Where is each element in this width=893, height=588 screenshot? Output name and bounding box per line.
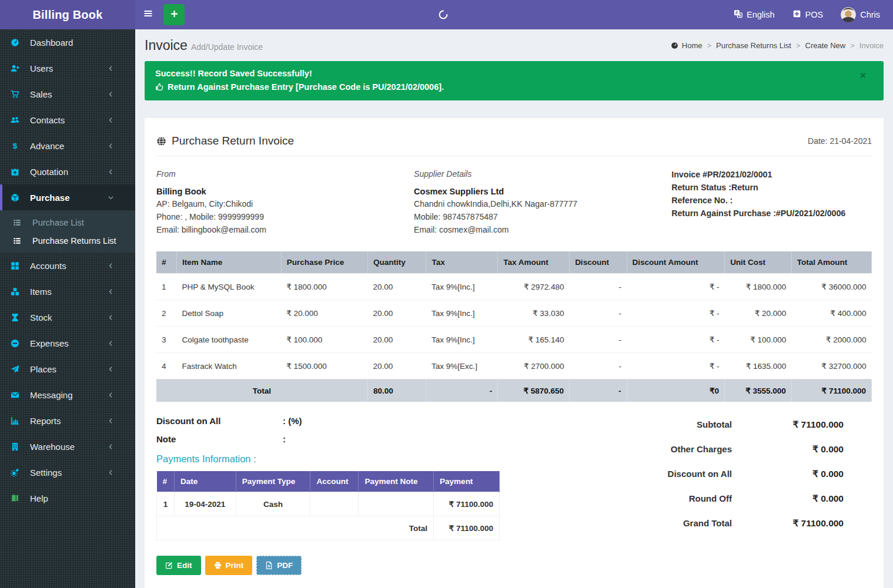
pdf-button[interactable]: PDF [256,556,302,575]
items-col-header: Item Name [177,251,282,274]
breadcrumb-separator: > [850,41,855,50]
sidebar-item-reports[interactable]: Reports [0,408,135,434]
item-cell: ₹ 1635.000 [725,353,792,379]
supplier-line: Email: cosmex@mail.com [414,224,671,237]
supplier-details: Supplier Details Cosmex Suppliers Ltd Ch… [414,168,671,236]
user-menu[interactable]: Chris [841,7,880,22]
note-row: Note : [156,434,596,444]
pos-plus-square-icon [792,9,801,20]
sidebar-item-sales[interactable]: Sales [0,81,135,107]
sidebar-item-dashboard[interactable]: Dashboard [0,29,135,55]
alert-message-line2: Return Against Purchase Entry [Purchase … [155,82,860,92]
sidebar-item-places[interactable]: Places [0,356,135,382]
invoice-title: Purchase Return Invoice [156,135,294,147]
building-icon [11,442,25,451]
pos-button[interactable]: POS [792,9,824,20]
sidebar-item-messaging[interactable]: Messaging [0,382,135,408]
sidebar-item-advance[interactable]: $Advance [0,133,135,159]
payments-col-header: Payment Type [236,471,310,492]
sidebar-item-purchase[interactable]: Purchase [0,184,135,210]
invoice-title-text: Purchase Return Invoice [172,135,294,147]
grid-icon [11,261,25,270]
item-row: 1PHP & MySQL Book₹ 1800.00020.00Tax 9%[I… [156,274,872,300]
loading-spinner-icon [439,10,448,22]
items-total-cell: 80.00 [367,379,426,402]
invoice-title-row: Purchase Return Invoice Date: 21-04-2021 [156,130,872,156]
invoice-meta-line: Return Against Purchase :#PU/2021/02/000… [671,207,872,220]
user-name: Chris [860,10,880,19]
success-alert: × Success!! Record Saved Successfully! R… [145,61,884,100]
app-logo[interactable]: Billing Book [0,0,135,29]
paper-plane-icon [11,365,25,374]
page-subtitle: Add/Update Invoice [191,42,263,52]
breadcrumb-separator: > [707,41,711,50]
discount-on-all-label: Discount on All [156,416,283,426]
items-header-row: #Item NamePurchase PriceQuantityTaxTax A… [156,251,872,274]
sidebar-item-label: Expenses [30,338,69,348]
alert-close-button[interactable]: × [860,70,866,80]
breadcrumb-item-purchase-returns-list[interactable]: Purchase Returns List [716,41,791,50]
breadcrumb-label: Invoice [859,41,884,50]
chevron-left-icon [108,169,122,175]
sidebar-item-stock[interactable]: Stock [0,304,135,330]
language-menu[interactable]: Aa English [734,9,775,20]
from-line: Phone: , Mobile: 9999999999 [156,211,414,224]
navbar-right: Aa English POS Chris [734,7,893,22]
payment-row: 119-04-2021Cash₹ 71100.000 [157,492,500,516]
sidebar-item-items[interactable]: Items [0,278,135,304]
print-button[interactable]: Print [205,556,253,575]
items-total-label: Total [156,379,367,402]
navbar: Aa English POS Chris [135,0,893,29]
hourglass-icon [11,313,25,322]
sidebar-item-users[interactable]: Users [0,55,135,81]
sidebar-item-settings[interactable]: Settings [0,459,135,485]
pos-label: POS [805,10,824,19]
book-icon [11,494,25,503]
from-details: From Billing Book AP: Belgaum, City:Chik… [156,168,414,236]
supplier-name: Cosmex Suppliers Ltd [414,185,671,198]
sidebar-item-label: Quotation [30,167,68,177]
cubes-icon [11,287,25,296]
item-cell: Dettol Soap [177,300,282,327]
item-cell: ₹ 20.000 [281,300,367,327]
breadcrumb-separator: > [796,41,801,50]
sidebar-item-label: Sales [30,89,52,99]
payment-cell: 1 [157,492,175,516]
edit-icon [165,562,173,569]
payments-header-row: #DatePayment TypeAccountPayment NotePaym… [157,471,500,492]
cart-icon [11,90,25,99]
payments-total-row: Total₹ 71100.000 [157,516,500,540]
item-cell: Tax 9%[Inc.] [426,327,498,353]
items-col-header: Tax [426,251,498,274]
discount-on-all-row: Discount on All : (%) [156,416,596,426]
breadcrumb-item-home[interactable]: Home [671,41,703,50]
supplier-line: Mobile: 987457875487 [414,211,671,224]
items-total-cell: ₹0 [627,379,725,402]
items-col-header: Discount [570,251,627,274]
summary-label: Other Charges [597,444,732,455]
sidebar-item-warehouse[interactable]: Warehouse [0,434,135,459]
sidebar-item-expenses[interactable]: Expenses [0,330,135,356]
breadcrumb-item-create-new[interactable]: Create New [805,41,846,50]
sidebar-item-help[interactable]: Help [0,485,135,511]
home-icon [671,42,678,49]
quick-add-button[interactable] [163,4,185,25]
sidebar-toggle-button[interactable] [135,0,161,29]
sidebar-item-purchase-returns-list[interactable]: Purchase Returns List [0,231,135,250]
sidebar-item-accounts[interactable]: Accounts [0,253,135,278]
language-label: English [747,10,775,19]
edit-button[interactable]: Edit [156,556,201,575]
items-col-header: Total Amount [791,251,871,274]
item-cell: - [570,327,627,353]
item-cell: 20.00 [367,274,426,300]
sidebar-item-purchase-list[interactable]: Purchase List [0,213,135,231]
summary-row-round-off: Round Off₹ 0.000 [596,493,844,504]
sidebar-item-contacts[interactable]: Contacts [0,107,135,133]
button-label: Edit [177,561,192,570]
hamburger-icon [143,9,153,21]
summary-value: ₹ 0.000 [732,493,844,504]
item-cell: 4 [156,353,177,379]
sidebar-item-quotation[interactable]: Quotation [0,159,135,184]
chevron-left-icon [108,263,122,269]
from-line: AP: Belgaum, City:Chikodi [156,198,414,211]
